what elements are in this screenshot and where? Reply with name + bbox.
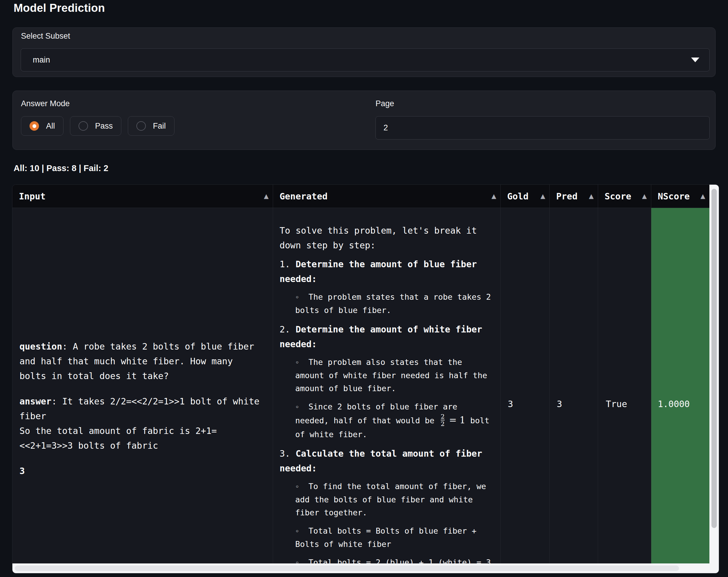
page-title: Model Prediction [14, 2, 105, 15]
column-header-pred[interactable]: Pred▲ [550, 185, 598, 208]
pred-value: 3 [557, 399, 562, 409]
input-text-block: question: A robe takes 2 bolts of blue f… [20, 339, 261, 384]
sort-asc-icon: ▲ [264, 193, 269, 200]
generated-bullet-item: ◦Total bolts = 2 (blue) + 1 (white) = 3 … [295, 556, 494, 564]
column-label: Generated [280, 191, 328, 201]
table-header: Input▲Generated▲Gold▲Pred▲Score▲NScore▲ [12, 185, 709, 208]
radio-selected-icon [29, 121, 39, 131]
column-header-gold[interactable]: Gold▲ [501, 185, 550, 208]
answer-mode-group: AllPassFail [21, 116, 175, 136]
generated-bullet-item: ◦The problem states that a robe takes 2 … [295, 291, 494, 317]
radio-option-pass[interactable]: Pass [70, 116, 121, 136]
bullet-icon: ◦ [295, 556, 309, 564]
radio-option-all[interactable]: All [21, 116, 63, 136]
column-label: Input [19, 191, 46, 201]
page-section: Page [375, 99, 710, 140]
nscore-value: 1.0000 [658, 399, 690, 409]
cell-input: question: A robe takes 2 bolts of blue f… [12, 208, 273, 564]
generated-bullet-item: ◦Since 2 bolts of blue fiber are needed,… [295, 400, 494, 441]
gold-value: 3 [508, 399, 513, 409]
generated-paragraph: To solve this problem, let's break it do… [280, 223, 494, 253]
sort-asc-icon: ▲ [541, 193, 545, 200]
sort-asc-icon: ▲ [642, 193, 647, 200]
radio-label: Fail [153, 121, 166, 131]
cell-nscore: 1.0000 [651, 208, 709, 564]
column-header-input[interactable]: Input▲ [12, 185, 273, 208]
column-header-generated[interactable]: Generated▲ [273, 185, 501, 208]
subset-label: Select Subset [21, 32, 70, 41]
vertical-scrollbar-thumb[interactable] [711, 189, 717, 528]
cell-pred: 3 [550, 208, 598, 564]
answer-mode-label: Answer Mode [21, 99, 175, 108]
subset-selected-value: main [33, 55, 50, 64]
chevron-down-icon [691, 57, 699, 62]
cell-generated: To solve this problem, let's break it do… [273, 208, 501, 564]
radio-unselected-icon [79, 121, 88, 131]
score-value: True [606, 399, 627, 409]
math-fraction-icon: 22 [441, 413, 445, 427]
results-table: Input▲Generated▲Gold▲Pred▲Score▲NScore▲ … [12, 185, 719, 573]
subset-select[interactable]: main [21, 48, 710, 72]
vertical-scrollbar[interactable] [709, 185, 719, 564]
column-label: Pred [556, 191, 577, 201]
radio-label: All [46, 121, 55, 131]
radio-option-fail[interactable]: Fail [128, 116, 175, 136]
bullet-icon: ◦ [295, 356, 309, 369]
column-label: Gold [507, 191, 528, 201]
generated-bullet-item: ◦Total bolts = Bolts of blue fiber + Bol… [295, 524, 494, 551]
bullet-icon: ◦ [295, 480, 309, 493]
column-label: Score [605, 191, 631, 201]
bullet-icon: ◦ [295, 401, 309, 414]
subset-panel: Select Subset main [12, 27, 716, 77]
horizontal-scrollbar-thumb[interactable] [15, 566, 679, 571]
page-input[interactable] [375, 116, 710, 140]
sort-asc-icon: ▲ [701, 193, 705, 200]
page-label: Page [375, 99, 710, 108]
stats-summary: All: 10 | Pass: 8 | Fail: 2 [14, 163, 108, 173]
horizontal-scrollbar[interactable] [12, 564, 719, 573]
generated-bullet-item: ◦To find the total amount of fiber, we a… [295, 480, 494, 519]
generated-numbered-heading: 2. Determine the amount of white fiber n… [280, 322, 494, 352]
list-number: 3. [280, 448, 295, 459]
list-number: 1. [280, 259, 295, 269]
sort-asc-icon: ▲ [492, 193, 496, 200]
radio-unselected-icon [136, 121, 146, 131]
cell-score: True [598, 208, 651, 564]
sort-asc-icon: ▲ [589, 193, 594, 200]
bullet-icon: ◦ [295, 525, 309, 538]
generated-numbered-heading: 3. Calculate the total amount of fiber n… [280, 446, 494, 476]
column-header-score[interactable]: Score▲ [598, 185, 651, 208]
input-text-block: answer: It takes 2/2=<<2/2=1>>1 bolt of … [20, 394, 261, 453]
list-number: 2. [280, 324, 295, 334]
bullet-icon: ◦ [295, 291, 309, 304]
table-row: question: A robe takes 2 bolts of blue f… [12, 208, 709, 564]
generated-numbered-heading: 1. Determine the amount of blue fiber ne… [280, 257, 494, 286]
generated-bullet-item: ◦The problem also states that the amount… [295, 356, 494, 395]
controls-panel: Answer Mode AllPassFail Page [12, 90, 716, 150]
radio-label: Pass [95, 121, 113, 131]
input-text-block: 3 [20, 464, 261, 478]
app-root: Model Prediction Select Subset main Answ… [0, 0, 728, 577]
answer-mode-section: Answer Mode AllPassFail [21, 99, 175, 136]
column-header-nscore[interactable]: NScore▲ [651, 185, 709, 208]
cell-gold: 3 [501, 208, 550, 564]
column-label: NScore [658, 191, 690, 201]
